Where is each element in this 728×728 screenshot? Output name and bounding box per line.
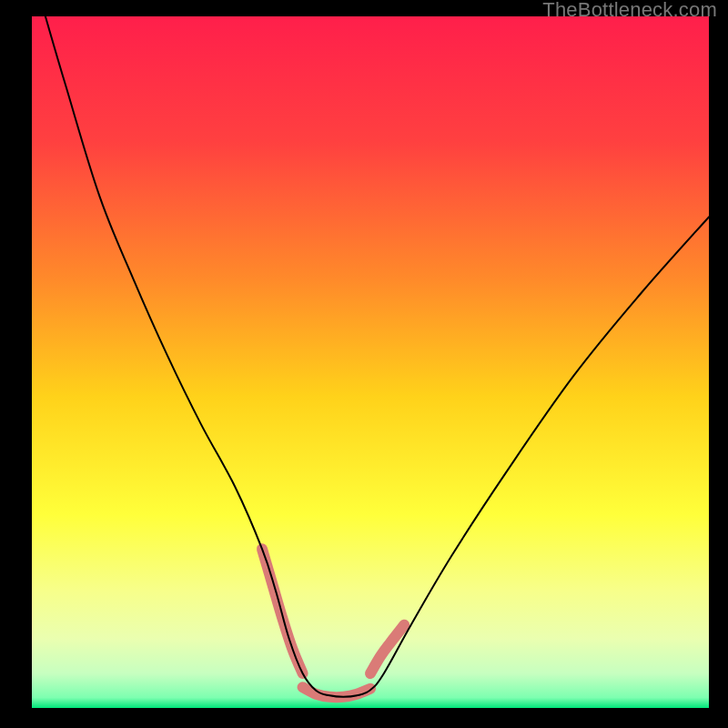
watermark-text: TheBottleneck.com (542, 0, 717, 22)
chart-canvas (32, 16, 709, 708)
plot-area (32, 16, 709, 708)
chart-frame: TheBottleneck.com (0, 0, 728, 728)
gradient-background (32, 16, 709, 708)
